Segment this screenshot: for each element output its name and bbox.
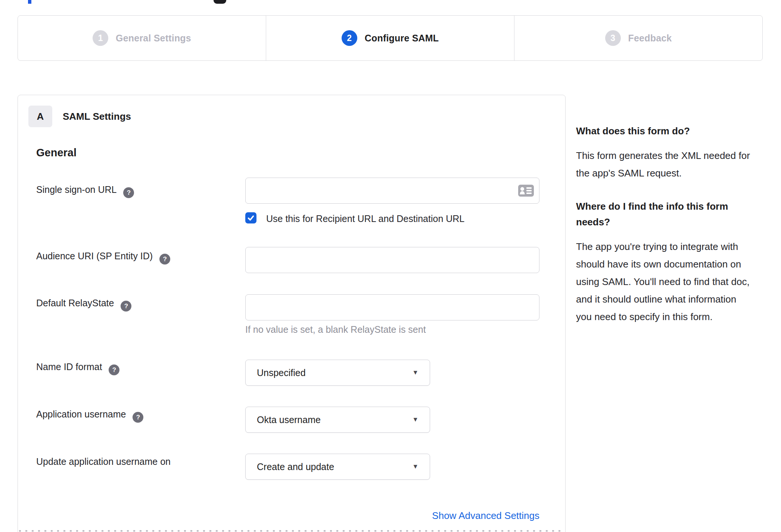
nameid-format-label: Name ID format? <box>36 362 119 375</box>
checkmark-icon <box>247 214 255 222</box>
relaystate-label: Default RelayState? <box>36 298 131 312</box>
help-heading-where: Where do I find the info this form needs… <box>576 198 754 230</box>
chevron-down-icon: ▼ <box>412 416 418 423</box>
chevron-down-icon: ▼ <box>412 463 418 470</box>
step-general-settings[interactable]: 1 General Settings <box>18 16 266 60</box>
step-label: Configure SAML <box>365 33 439 44</box>
select-value: Okta username <box>257 414 321 425</box>
select-value: Create and update <box>257 461 334 472</box>
section-badge: A <box>28 106 52 127</box>
step-number-badge: 1 <box>93 30 108 46</box>
step-number-badge: 3 <box>605 30 621 46</box>
app-username-select[interactable]: Okta username ▼ <box>245 407 430 433</box>
step-feedback[interactable]: 3 Feedback <box>514 16 762 60</box>
saml-wizard-screen: 1 General Settings 2 Configure SAML 3 Fe… <box>0 0 781 532</box>
show-advanced-settings-link[interactable]: Show Advanced Settings <box>245 510 539 522</box>
wizard-stepper: 1 General Settings 2 Configure SAML 3 Fe… <box>18 15 763 61</box>
relaystate-help-icon[interactable]: ? <box>121 301 131 312</box>
app-username-label: Application username? <box>36 409 143 423</box>
step-label: General Settings <box>116 33 191 44</box>
recipient-url-checkbox-label: Use this for Recipient URL and Destinati… <box>266 213 464 224</box>
sso-url-label: Single sign-on URL? <box>36 184 134 198</box>
cropped-logo-fragment <box>28 0 31 4</box>
update-username-select[interactable]: Create and update ▼ <box>245 454 430 480</box>
audience-help-icon[interactable]: ? <box>159 254 170 265</box>
help-heading-what: What does this form do? <box>576 123 754 139</box>
chevron-down-icon: ▼ <box>412 369 418 376</box>
step-number-badge: 2 <box>342 30 357 46</box>
cropped-app-icon-fragment <box>214 0 226 4</box>
help-text-what: This form generates the XML needed for t… <box>576 147 754 182</box>
section-title: SAML Settings <box>63 106 131 127</box>
relaystate-input[interactable] <box>245 294 539 320</box>
nameid-format-select[interactable]: Unspecified ▼ <box>245 360 430 386</box>
audience-uri-input[interactable] <box>245 247 539 273</box>
saml-settings-panel: A SAML Settings General Single sign-on U… <box>18 95 566 532</box>
sso-help-icon[interactable]: ? <box>123 187 134 198</box>
update-username-label: Update application username on <box>36 456 171 467</box>
step-configure-saml[interactable]: 2 Configure SAML <box>266 16 514 60</box>
app-username-help-icon[interactable]: ? <box>133 412 143 423</box>
relaystate-hint: If no value is set, a blank RelayState i… <box>245 324 426 335</box>
contact-card-icon[interactable] <box>518 185 534 197</box>
sso-url-input[interactable] <box>245 178 539 204</box>
section-dotted-divider <box>19 530 564 532</box>
general-group-title: General <box>36 147 77 159</box>
step-label: Feedback <box>628 33 672 44</box>
audience-uri-label: Audience URI (SP Entity ID)? <box>36 251 170 265</box>
nameid-help-icon[interactable]: ? <box>109 364 119 375</box>
help-text-where: The app you're trying to integrate with … <box>576 238 754 326</box>
select-value: Unspecified <box>257 367 306 378</box>
recipient-url-checkbox[interactable] <box>245 212 256 223</box>
help-sidebar: What does this form do? This form genera… <box>576 123 754 342</box>
